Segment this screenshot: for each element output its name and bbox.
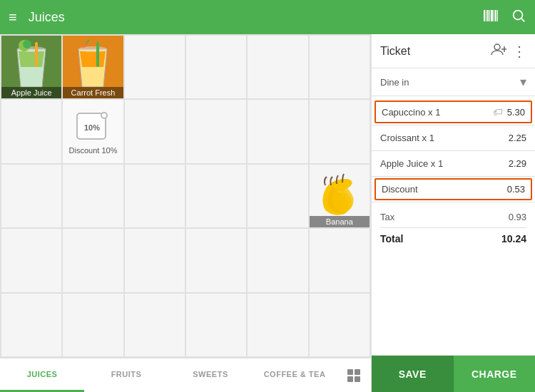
- ticket-item-discount[interactable]: Discount 0.53: [374, 178, 532, 200]
- grid-cell-empty[interactable]: [125, 229, 185, 292]
- divider: [372, 176, 535, 177]
- grid-cell-empty[interactable]: [310, 100, 370, 163]
- grid-cell-empty[interactable]: [125, 165, 185, 227]
- charge-button[interactable]: CHARGE: [454, 356, 536, 392]
- tax-row: Tax 0.93: [380, 208, 526, 226]
- ticket-item-croissant[interactable]: Croissant x 1 2.25: [372, 127, 535, 149]
- tab-coffee-tea[interactable]: COFFEE & TEA: [253, 359, 337, 392]
- product-discount[interactable]: 10% Discount 10%: [63, 100, 123, 163]
- page-title: Juices: [29, 10, 471, 25]
- dine-mode-label: Dine in: [380, 77, 409, 88]
- svg-point-29: [494, 44, 500, 50]
- banana-label: Banana: [310, 216, 370, 227]
- ticket-panel: Ticket ⋮ Dine in ▾ Capuccino: [371, 34, 535, 392]
- product-banana[interactable]: Banana: [310, 165, 370, 227]
- svg-rect-3: [489, 10, 490, 21]
- grid-cell-empty[interactable]: [63, 229, 123, 292]
- svg-point-22: [101, 113, 107, 118]
- grid-cell-empty[interactable]: [186, 294, 246, 356]
- svg-rect-7: [497, 10, 498, 21]
- grid-cell-empty[interactable]: [125, 294, 185, 356]
- main-content: Apple Juice Carrot Fresh: [0, 34, 535, 392]
- total-row: Total 10.24: [380, 229, 526, 248]
- grid-cell-empty[interactable]: [310, 229, 370, 292]
- grid-cell-empty[interactable]: [310, 294, 370, 356]
- grid-cell-empty[interactable]: [186, 100, 246, 163]
- grid-cell-empty[interactable]: [125, 36, 185, 98]
- grid-cell-empty[interactable]: [248, 36, 307, 98]
- divider: [372, 125, 535, 125]
- grid-cell-empty[interactable]: [63, 294, 123, 356]
- product-carrot-fresh[interactable]: Carrot Fresh: [63, 36, 123, 98]
- grid-cell-empty[interactable]: [186, 36, 246, 98]
- grid-cell-empty[interactable]: [186, 165, 246, 227]
- apple-juice-label: Apple Juice: [1, 87, 61, 98]
- grid-view-icon[interactable]: [337, 359, 371, 392]
- svg-point-15: [23, 40, 31, 48]
- barcode-icon[interactable]: [482, 7, 499, 28]
- dine-mode-selector[interactable]: Dine in ▾: [372, 68, 535, 96]
- more-options-icon[interactable]: ⋮: [512, 43, 526, 60]
- grid-cell-empty[interactable]: [1, 100, 61, 163]
- tax-label: Tax: [380, 212, 394, 222]
- total-value: 10.24: [501, 233, 526, 244]
- grid-cell-empty[interactable]: [1, 294, 61, 356]
- tab-fruits[interactable]: FRUITS: [84, 359, 168, 392]
- svg-marker-18: [80, 51, 106, 67]
- svg-marker-11: [19, 51, 44, 67]
- svg-rect-13: [35, 42, 38, 67]
- capuccino-name: Capuccino x 1: [382, 107, 493, 118]
- menu-icon[interactable]: ≡: [9, 9, 17, 26]
- total-label: Total: [380, 233, 403, 244]
- ticket-totals: Tax 0.93 Total 10.24: [372, 204, 535, 252]
- grid-cell-empty[interactable]: [310, 36, 370, 98]
- ticket-item-apple-juice[interactable]: Apple Juice x 1 2.29: [372, 153, 535, 175]
- grid-cell-empty[interactable]: [248, 165, 307, 227]
- grid-cell-empty[interactable]: [63, 165, 123, 227]
- add-customer-icon[interactable]: [491, 43, 506, 60]
- svg-rect-27: [347, 376, 353, 382]
- apple-juice-price: 2.29: [509, 158, 526, 169]
- capuccino-price: 5.30: [507, 107, 525, 118]
- divider: [372, 150, 535, 151]
- ticket-actions: SAVE CHARGE: [372, 355, 535, 392]
- croissant-name: Croissant x 1: [380, 133, 509, 143]
- svg-line-9: [521, 19, 524, 21]
- discount-item-name: Discount: [382, 184, 507, 195]
- ticket-item-capuccino[interactable]: Capuccino x 1 🏷 5.30: [374, 100, 532, 123]
- grid-cell-empty[interactable]: [248, 229, 307, 292]
- grid-cell-empty[interactable]: [1, 165, 61, 227]
- grid-cell-empty[interactable]: [186, 229, 246, 292]
- product-apple-juice[interactable]: Apple Juice: [1, 36, 61, 98]
- croissant-price: 2.25: [509, 133, 526, 143]
- ticket-title: Ticket: [380, 45, 491, 58]
- svg-rect-0: [484, 10, 485, 21]
- category-tabs: JUICES FRUITS SWEETS COFFEE & TEA: [0, 358, 371, 392]
- grid-cell-empty[interactable]: [1, 229, 61, 292]
- carrot-fresh-label: Carrot Fresh: [63, 87, 123, 98]
- svg-rect-28: [355, 376, 360, 382]
- grid-cell-empty[interactable]: [125, 100, 185, 163]
- tab-juices[interactable]: JUICES: [0, 359, 84, 392]
- divider: [380, 227, 526, 228]
- svg-text:10%: 10%: [84, 123, 100, 132]
- tag-icon: 🏷: [493, 106, 503, 118]
- svg-rect-5: [494, 10, 494, 21]
- svg-point-8: [514, 10, 523, 19]
- ticket-header: Ticket ⋮: [372, 34, 535, 68]
- search-icon[interactable]: [511, 8, 526, 27]
- dine-mode-arrow: ▾: [520, 74, 526, 90]
- tax-value: 0.93: [509, 212, 526, 222]
- save-button[interactable]: SAVE: [372, 356, 454, 392]
- svg-rect-6: [495, 10, 496, 21]
- svg-rect-20: [96, 42, 99, 67]
- product-panel: Apple Juice Carrot Fresh: [0, 34, 371, 392]
- svg-rect-2: [487, 10, 489, 21]
- header: ≡ Juices: [0, 0, 535, 34]
- grid-cell-empty[interactable]: [248, 100, 307, 163]
- discount-label: Discount 10%: [66, 145, 121, 156]
- svg-rect-26: [355, 369, 360, 375]
- discount-item-price: 0.53: [507, 184, 525, 195]
- tab-sweets[interactable]: SWEETS: [168, 359, 253, 392]
- grid-cell-empty[interactable]: [248, 294, 307, 356]
